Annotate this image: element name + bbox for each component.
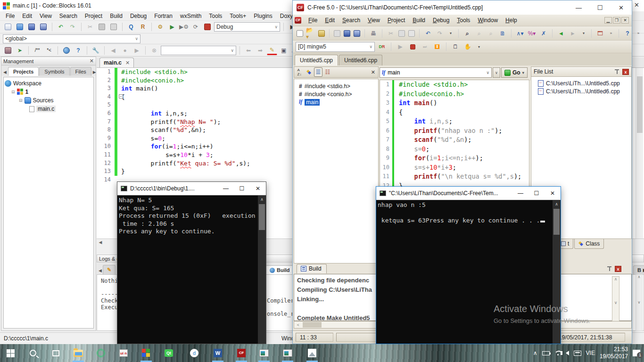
codeblocks-menu-item[interactable]: Tools+ — [226, 12, 250, 20]
management-close-icon[interactable]: ✕ — [90, 58, 94, 64]
tree-item-workspace[interactable]: Workspace — [5, 79, 92, 88]
step-over-icon[interactable]: ⏭ — [420, 42, 430, 51]
touch-keyboard-icon[interactable] — [574, 351, 581, 356]
tab-symbols[interactable]: Symbols — [39, 67, 69, 76]
codeblocks-menu-item[interactable]: Edit — [18, 12, 36, 20]
build-file-icon[interactable]: 🗒 — [450, 42, 461, 51]
maximize-icon[interactable]: ☐ — [234, 182, 250, 195]
file-explorer-icon[interactable] — [72, 346, 85, 360]
rebuild-icon[interactable]: ⟳ — [190, 22, 201, 32]
navigate-back-icon[interactable]: ◄ — [556, 29, 566, 38]
undo-icon[interactable]: ↶ — [423, 29, 433, 38]
cfree-taskbar-icon[interactable]: CF — [235, 346, 248, 360]
help-more-icon[interactable]: » — [634, 29, 643, 38]
tray-expand-icon[interactable]: ∧ — [533, 350, 537, 356]
replace-icon[interactable]: R — [138, 22, 148, 32]
symbol-main[interactable]: lf main — [294, 98, 378, 106]
codeblocks-menu-item[interactable]: Plugins — [250, 12, 276, 20]
run-icon[interactable]: ▶ — [167, 22, 177, 32]
search-next-icon[interactable]: ➡ — [255, 46, 265, 55]
toolbar-more-icon[interactable]: » — [607, 29, 615, 38]
open-file-icon[interactable] — [15, 22, 25, 32]
logs-tab-notes[interactable]: ✎ — [103, 265, 116, 274]
symbols-close-icon[interactable]: ✕ — [371, 69, 377, 75]
incremental-search-input[interactable]: ∨ — [161, 46, 236, 55]
codeblocks-menu-item[interactable]: wxSmith — [176, 12, 205, 20]
cfree-menu-item[interactable]: Debug — [429, 16, 453, 25]
history-dropdown-icon[interactable]: ∨ — [493, 67, 500, 78]
minimize-icon[interactable]: — — [218, 182, 234, 195]
list-view-icon[interactable]: ☰ — [314, 67, 322, 77]
codeblocks-menu-item[interactable]: Build — [106, 12, 126, 20]
console2-scrollbar[interactable]: ∧ — [553, 200, 561, 344]
console2-output[interactable]: nhap vao n :5 ketqua s= 63Press any key … — [376, 200, 561, 344]
search-icon[interactable] — [26, 346, 40, 360]
new-file-icon[interactable] — [296, 29, 304, 38]
new-file-icon[interactable] — [3, 22, 13, 32]
cfree-menu-item[interactable]: Help — [502, 16, 521, 25]
navigate-forward-icon[interactable]: ► — [568, 29, 578, 38]
debug-prev-icon[interactable]: ◀ — [108, 46, 118, 55]
photos-icon[interactable] — [305, 346, 319, 360]
build-close-icon[interactable]: x — [615, 266, 621, 272]
console2-taskbar-icon[interactable] — [281, 346, 294, 360]
maximize-icon[interactable]: ☐ — [528, 187, 545, 200]
codeblocks-menu-item[interactable]: Project — [81, 12, 106, 20]
tree-item-project[interactable]: ⊟ 1 — [5, 88, 92, 96]
help-icon[interactable]: ? — [73, 46, 83, 55]
step-into-icon[interactable]: ⏬ — [432, 42, 442, 51]
build-icon[interactable]: ⚙ — [155, 22, 165, 32]
cfree-menu-item[interactable]: Build — [409, 16, 429, 25]
filelist-item-untitled5[interactable]: C:\Users\LiTh...\Untitled5.cpp — [538, 79, 631, 87]
undo-redo-more-icon[interactable]: ▾ — [446, 29, 455, 38]
scroll-left-icon[interactable]: ＜ — [294, 321, 302, 328]
filelist-item-untitled6[interactable]: C:\Users\LiTh...\Untitled6.cpp — [538, 87, 631, 95]
highlight-icon[interactable]: ✎ — [267, 46, 277, 55]
cut-icon[interactable]: ✂ — [85, 22, 95, 32]
cfree-menu-item[interactable]: Tools — [453, 16, 474, 25]
pause-icon[interactable]: ✋ — [462, 42, 473, 51]
block-comment-icon[interactable]: /** — [32, 46, 42, 55]
cfree-menu-item[interactable]: View — [364, 16, 384, 25]
tree-item-main-c[interactable]: main.c — [5, 105, 92, 113]
find-next-icon[interactable]: ⌕ — [474, 29, 484, 38]
codeblocks-menu-item[interactable]: Search — [56, 12, 81, 20]
debug-next-icon[interactable]: ▶ — [132, 46, 142, 55]
settings-wrench-icon[interactable]: 🔧 — [91, 46, 101, 55]
cfree-menu-item[interactable]: Project — [384, 16, 409, 25]
mdi-restore-icon[interactable]: ❐ — [613, 17, 620, 24]
save-all-icon[interactable] — [353, 29, 361, 38]
sort-alpha-icon[interactable]: AZ↓ — [295, 67, 304, 77]
copy-icon[interactable] — [397, 29, 406, 38]
find-prev-icon[interactable]: ⌕ — [486, 29, 496, 38]
sort-type-icon[interactable] — [305, 67, 313, 77]
console1-taskbar-icon[interactable] — [257, 346, 271, 360]
pin-icon[interactable] — [607, 266, 612, 272]
open-file-icon[interactable]: 📂▾ — [305, 29, 316, 38]
logs-vscrollbar[interactable]: ∧∨ — [636, 274, 643, 331]
volume-icon[interactable] — [566, 351, 569, 355]
console1-scrollbar[interactable]: ∧ — [258, 196, 266, 344]
editor-vscrollbar[interactable] — [636, 68, 643, 239]
tab-projects[interactable]: Projects — [8, 67, 39, 76]
tab-close-icon[interactable]: ✕ — [125, 60, 130, 66]
bookmark-icon[interactable]: %▾ — [527, 29, 537, 38]
close-icon[interactable]: ✕ — [611, 0, 632, 15]
stop-icon[interactable] — [407, 42, 418, 51]
logs-tab-clipped[interactable]: B ▶ — [633, 265, 644, 274]
fold-marker-icon[interactable]: − — [119, 94, 123, 99]
tree-item-sources[interactable]: ⊟ Sources — [5, 96, 92, 105]
save-icon[interactable] — [343, 29, 351, 38]
build-vscrollbar[interactable]: ∧∨ — [612, 276, 619, 326]
save-icon[interactable] — [26, 22, 37, 32]
clear-bookmarks-icon[interactable]: ✗ — [538, 29, 549, 38]
cfree-menu-item[interactable]: File — [305, 16, 321, 25]
filelist-close-icon[interactable]: x — [622, 69, 629, 75]
build-settings-icon[interactable]: DR — [377, 42, 387, 51]
editor-tab-main-c[interactable]: main.c ✕ — [99, 58, 134, 67]
task-view-icon[interactable] — [49, 346, 62, 360]
run-icon[interactable]: ▶ — [395, 42, 405, 51]
debug-break-icon[interactable]: ● — [120, 46, 130, 55]
minimize-icon[interactable]: — — [512, 187, 528, 200]
goto-line-icon[interactable]: ∧▾ — [515, 29, 525, 38]
